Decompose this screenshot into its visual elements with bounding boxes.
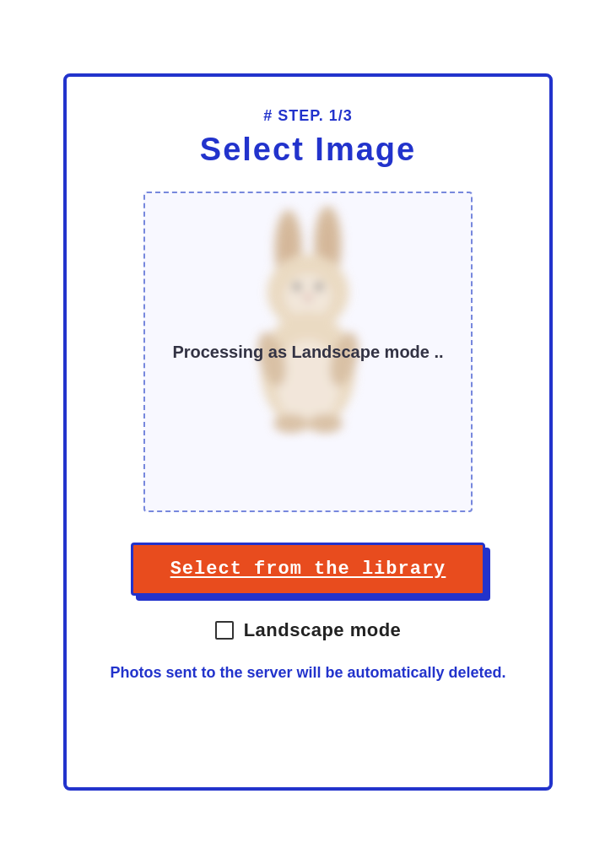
step-label: # STEP. 1/3: [263, 107, 353, 125]
svg-point-7: [315, 283, 322, 290]
svg-point-13: [273, 414, 308, 433]
select-button-wrapper[interactable]: Select from the library: [131, 543, 486, 596]
image-preview-box: Processing as Landscape mode ..: [143, 192, 473, 512]
landscape-mode-checkbox[interactable]: [215, 621, 234, 640]
svg-point-8: [304, 295, 311, 300]
svg-point-6: [293, 283, 300, 290]
select-library-button[interactable]: Select from the library: [131, 543, 486, 596]
processing-text: Processing as Landscape mode ..: [172, 340, 443, 364]
landscape-mode-label: Landscape mode: [244, 619, 402, 641]
info-text: Photos sent to the server will be automa…: [110, 662, 505, 685]
main-card: # STEP. 1/3 Select Image: [63, 73, 553, 791]
svg-point-14: [308, 414, 343, 433]
landscape-mode-row[interactable]: Landscape mode: [215, 619, 402, 641]
bunny-illustration: [232, 202, 384, 438]
page-title: Select Image: [200, 132, 416, 168]
